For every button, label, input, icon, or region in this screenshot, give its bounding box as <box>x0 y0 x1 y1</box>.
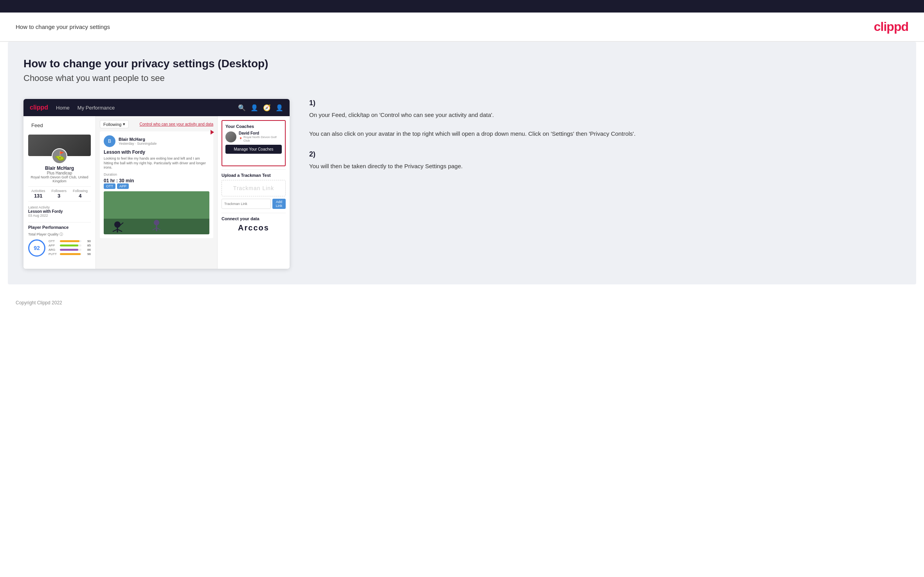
instruction-2: 2) You will then be taken directly to th… <box>309 150 897 171</box>
stat-activities-label: Activities <box>31 189 45 193</box>
location-icon: 📍 <box>239 137 243 141</box>
page-heading: How to change your privacy settings (Des… <box>23 58 901 70</box>
stat-activities-value: 131 <box>31 193 45 199</box>
footer-text: Copyright Clippd 2022 <box>16 300 62 306</box>
content-row: clippd Home My Performance 🔍 👤 🧭 👤 Feed <box>23 99 901 269</box>
stat-followers-label: Followers <box>51 189 67 193</box>
stat-following-value: 4 <box>73 193 88 199</box>
activity-avatar: B <box>104 135 115 147</box>
coach-name: David Ford <box>239 131 282 135</box>
app-logo: clippd <box>30 104 48 111</box>
activity-user-name: Blair McHarg <box>119 137 157 142</box>
stat-activities: Activities 131 <box>31 189 45 199</box>
activity-image <box>104 191 209 234</box>
perf-bar-putt: PUTT 96 <box>49 252 91 256</box>
manage-coaches-button[interactable]: Manage Your Coaches <box>225 145 282 154</box>
coaches-title: Your Coaches <box>225 124 282 129</box>
stat-following: Following 4 <box>73 189 88 199</box>
activity-duration-value: 01 hr : 30 min <box>104 178 209 183</box>
top-bar <box>0 0 924 13</box>
nav-home[interactable]: Home <box>56 105 70 111</box>
profile-name: Blair McHarg <box>28 165 91 171</box>
perf-bar-ott: OTT 90 <box>49 239 91 243</box>
coach-club: 📍 Royal North Devon Golf Club <box>239 135 282 142</box>
step1-number: 1) <box>309 99 897 107</box>
app-feed: Following ▾ Control who can see your act… <box>96 116 217 269</box>
latest-activity: Latest Activity Lesson with Fordy 03 Aug… <box>28 204 91 219</box>
breadcrumb: How to change your privacy settings <box>16 23 110 30</box>
trackman-input[interactable] <box>222 199 271 209</box>
add-link-button[interactable]: Add Link <box>272 199 286 209</box>
search-icon[interactable]: 🔍 <box>238 104 246 111</box>
activity-user-info: Blair McHarg Yesterday · Sunningdale <box>119 137 157 146</box>
coaches-section: Your Coaches David Ford 📍 Royal North De… <box>225 124 282 158</box>
instruction-1: 1) On your Feed, click/tap on 'Control w… <box>309 99 897 138</box>
profile-club: Royal North Devon Golf Club, United King… <box>28 175 91 183</box>
app-nav: clippd Home My Performance 🔍 👤 🧭 👤 <box>23 99 290 116</box>
player-perf: Player Performance Total Player Quality … <box>28 222 91 257</box>
profile-avatar: ⛳ <box>52 148 67 164</box>
latest-label: Latest Activity <box>28 205 91 209</box>
trackman-placeholder: Trackman Link <box>222 180 286 196</box>
app-nav-links: Home My Performance <box>56 105 238 111</box>
perf-bars: OTT 90 APP 85 ARG <box>49 239 91 257</box>
step1-extra: You can also click on your avatar in the… <box>309 130 636 137</box>
privacy-control-link[interactable]: Control who can see your activity and da… <box>140 122 213 126</box>
nav-my-performance[interactable]: My Performance <box>77 105 115 111</box>
perf-bottom: 92 OTT 90 APP 85 <box>28 239 91 257</box>
app-screenshot: clippd Home My Performance 🔍 👤 🧭 👤 Feed <box>23 99 290 269</box>
connect-title: Connect your data <box>222 216 286 221</box>
activity-meta: Yesterday · Sunningdale <box>119 142 157 146</box>
perf-bar-arg: ARG 86 <box>49 248 91 252</box>
app-right-panel: Your Coaches David Ford 📍 Royal North De… <box>217 116 290 269</box>
stat-followers: Followers 3 <box>51 189 67 199</box>
step1-main: On your Feed, click/tap on 'Control who … <box>309 111 494 118</box>
activity-duration-label: Duration <box>104 173 209 176</box>
perf-title: Player Performance <box>28 222 91 230</box>
upload-section: Upload a Trackman Test Trackman Link Add… <box>222 169 286 209</box>
trackman-row: Add Link <box>222 199 286 209</box>
following-label: Following <box>103 122 121 127</box>
compass-icon[interactable]: 🧭 <box>263 104 271 111</box>
svg-point-8 <box>154 220 159 225</box>
coach-avatar <box>225 131 236 142</box>
app-sidebar: Feed ⛳ Blair McHarg Plus Handicap Royal <box>23 116 96 269</box>
step1-text: On your Feed, click/tap on 'Control who … <box>309 110 897 138</box>
step2-text: You will then be taken directly to the P… <box>309 162 897 171</box>
feed-header: Following ▾ Control who can see your act… <box>100 120 213 128</box>
svg-point-3 <box>114 221 121 228</box>
profile-subtitle: Plus Handicap <box>28 171 91 175</box>
logo: clippd <box>874 20 908 34</box>
latest-date: 03 Aug 2022 <box>28 214 91 217</box>
activity-desc: Looking to feel like my hands are exitin… <box>104 156 209 170</box>
main-content: How to change your privacy settings (Des… <box>8 42 916 284</box>
coach-info: David Ford 📍 Royal North Devon Golf Club <box>239 131 282 142</box>
header: How to change your privacy settings clip… <box>0 13 924 42</box>
perf-score: 92 <box>28 239 45 257</box>
perf-quality-label: Total Player Quality ⓘ <box>28 232 91 237</box>
upload-title: Upload a Trackman Test <box>222 173 286 178</box>
connect-section: Connect your data Arccos <box>222 213 286 232</box>
person-icon[interactable]: 👤 <box>250 104 258 111</box>
profile-stats: Activities 131 Followers 3 Following 4 <box>28 186 91 201</box>
profile-card: ⛳ Blair McHarg Plus Handicap Royal North… <box>28 135 91 219</box>
feed-tab[interactable]: Feed <box>28 121 91 130</box>
latest-activity-name: Lesson with Fordy <box>28 209 91 214</box>
chevron-down-icon: ▾ <box>123 122 125 127</box>
instructions-panel: 1) On your Feed, click/tap on 'Control w… <box>305 99 901 183</box>
stat-following-label: Following <box>73 189 88 193</box>
footer: Copyright Clippd 2022 <box>0 292 924 313</box>
app-body: Feed ⛳ Blair McHarg Plus Handicap Royal <box>23 116 290 269</box>
activity-tags: OTT APP <box>104 183 209 189</box>
activity-header: B Blair McHarg Yesterday · Sunningdale <box>104 135 209 147</box>
page-subheading: Choose what you want people to see <box>23 73 901 83</box>
avatar-icon[interactable]: 👤 <box>276 104 283 111</box>
app-nav-icons: 🔍 👤 🧭 👤 <box>238 104 283 111</box>
activity-title: Lesson with Fordy <box>104 149 209 155</box>
coach-item: David Ford 📍 Royal North Devon Golf Club <box>225 131 282 142</box>
activity-card: B Blair McHarg Yesterday · Sunningdale L… <box>100 131 213 238</box>
following-button[interactable]: Following ▾ <box>100 120 129 128</box>
arccos-logo: Arccos <box>222 223 286 232</box>
stat-followers-value: 3 <box>51 193 67 199</box>
perf-bar-app: APP 85 <box>49 244 91 247</box>
